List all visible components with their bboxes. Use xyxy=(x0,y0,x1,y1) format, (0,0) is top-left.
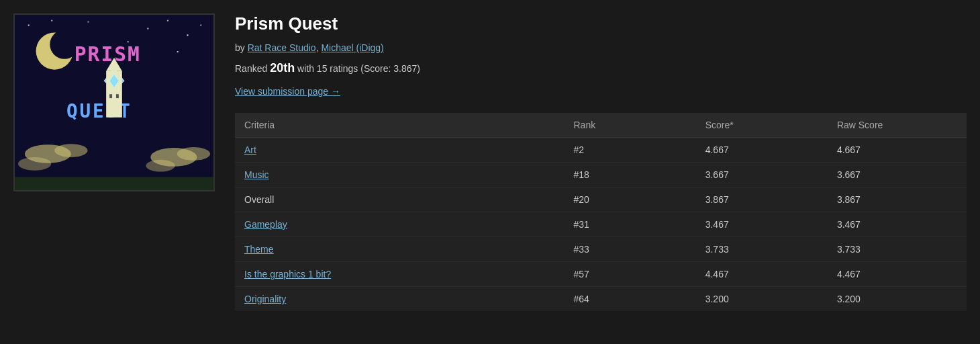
rank-cell: #57 xyxy=(565,262,696,287)
raw-score-cell: 3.667 xyxy=(828,163,967,187)
criteria-link[interactable]: Theme xyxy=(244,244,274,255)
view-submission-link[interactable]: View submission page → xyxy=(235,86,967,97)
svg-rect-8 xyxy=(200,25,201,26)
score-cell: 3.200 xyxy=(696,287,828,312)
svg-point-24 xyxy=(18,157,51,171)
rank-cell: #64 xyxy=(565,287,696,312)
svg-rect-28 xyxy=(15,177,213,191)
table-row: Theme#333.7333.733 xyxy=(235,237,967,262)
score-cell: 4.467 xyxy=(696,262,828,287)
criteria-link[interactable]: Originality xyxy=(244,294,286,304)
criteria-cell: Art xyxy=(235,138,565,163)
raw-score-cell: 4.667 xyxy=(828,138,967,163)
score-cell: 3.667 xyxy=(696,163,828,187)
rank-cell: #20 xyxy=(565,187,696,212)
criteria-cell: Theme xyxy=(235,237,565,262)
svg-rect-1 xyxy=(28,25,30,26)
criteria-link[interactable]: Music xyxy=(244,169,269,180)
table-row: Is the graphics 1 bit?#574.4674.467 xyxy=(235,262,967,287)
svg-rect-5 xyxy=(147,28,148,30)
info-panel: Prism Quest by Rat Race Studio, Michael … xyxy=(235,13,967,311)
rank-cell: #31 xyxy=(565,212,696,237)
table-row: Music#183.6673.667 xyxy=(235,163,967,187)
svg-point-27 xyxy=(146,160,175,172)
svg-rect-4 xyxy=(88,22,89,23)
table-row: Overall#203.8673.867 xyxy=(235,187,967,212)
rank-cell: #18 xyxy=(565,163,696,187)
score-cell: 3.467 xyxy=(696,212,828,237)
game-title: Prism Quest xyxy=(235,13,967,34)
game-cover-image: PRISM QUEST xyxy=(13,13,215,191)
svg-rect-19 xyxy=(109,94,112,98)
col-header-rank: Rank xyxy=(565,113,696,138)
table-row: Originality#643.2003.200 xyxy=(235,287,967,312)
author-link-2[interactable]: Michael (iDigg) xyxy=(321,42,383,53)
col-header-criteria: Criteria xyxy=(235,113,565,138)
svg-rect-7 xyxy=(187,34,189,36)
rank-number: 20th xyxy=(270,61,295,75)
game-authors: by Rat Race Studio, Michael (iDigg) xyxy=(235,42,967,53)
criteria-cell: Gameplay xyxy=(235,212,565,237)
table-row: Gameplay#313.4673.467 xyxy=(235,212,967,237)
svg-rect-20 xyxy=(116,94,119,98)
raw-score-cell: 3.200 xyxy=(828,287,967,312)
svg-rect-6 xyxy=(167,20,168,22)
criteria-link[interactable]: Art xyxy=(244,144,256,155)
svg-text:QUEST: QUEST xyxy=(66,100,132,122)
rank-cell: #33 xyxy=(565,237,696,262)
rank-cell: #2 xyxy=(565,138,696,163)
col-header-raw-score: Raw Score xyxy=(828,113,967,138)
criteria-cell: Originality xyxy=(235,287,565,312)
score-cell: 3.733 xyxy=(696,237,828,262)
col-header-score: Score* xyxy=(696,113,828,138)
raw-score-cell: 3.733 xyxy=(828,237,967,262)
criteria-link[interactable]: Gameplay xyxy=(244,219,287,230)
criteria-link[interactable]: Is the graphics 1 bit? xyxy=(244,269,331,280)
main-container: PRISM QUEST Prism Quest xyxy=(13,13,967,311)
svg-point-23 xyxy=(54,144,87,157)
criteria-cell: Overall xyxy=(235,187,565,212)
criteria-cell: Is the graphics 1 bit? xyxy=(235,262,565,287)
game-rank: Ranked 20th with 15 ratings (Score: 3.86… xyxy=(235,61,967,75)
raw-score-cell: 3.867 xyxy=(828,187,967,212)
table-row: Art#24.6674.667 xyxy=(235,138,967,163)
score-cell: 3.867 xyxy=(696,187,828,212)
criteria-cell: Music xyxy=(235,163,565,187)
raw-score-cell: 4.467 xyxy=(828,262,967,287)
scores-table: Criteria Rank Score* Raw Score Art#24.66… xyxy=(235,113,967,311)
raw-score-cell: 3.467 xyxy=(828,212,967,237)
table-header-row: Criteria Rank Score* Raw Score xyxy=(235,113,967,138)
svg-point-26 xyxy=(177,147,210,161)
svg-rect-11 xyxy=(177,51,179,52)
author-link-1[interactable]: Rat Race Studio xyxy=(248,42,316,53)
svg-text:PRISM: PRISM xyxy=(75,43,141,66)
svg-rect-2 xyxy=(51,20,52,22)
score-cell: 4.667 xyxy=(696,138,828,163)
